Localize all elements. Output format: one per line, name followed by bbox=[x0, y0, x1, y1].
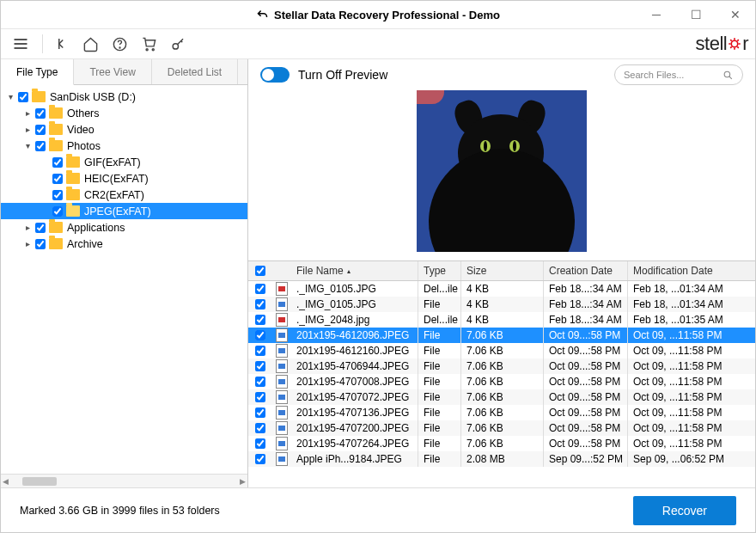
recover-button[interactable]: Recover bbox=[633, 496, 736, 525]
table-row[interactable]: 201x195-4612096.JPEGFile7.06 KBOct 09...… bbox=[248, 328, 755, 343]
tree-checkbox[interactable] bbox=[35, 141, 46, 151]
file-icon bbox=[276, 313, 288, 327]
tree-row[interactable]: ▸Others bbox=[1, 105, 247, 121]
table-row[interactable]: ._IMG_0105.JPGDel...ile4 KBFeb 18...:34 … bbox=[248, 281, 755, 297]
row-checkbox[interactable] bbox=[255, 438, 265, 449]
table-row[interactable]: 201x195-4707072.JPEGFile7.06 KBOct 09...… bbox=[248, 389, 755, 405]
grid-header[interactable]: File Name▴ Type Size Creation Date Modif… bbox=[248, 261, 755, 281]
row-checkbox[interactable] bbox=[255, 330, 265, 340]
chevron-right-icon[interactable]: ▸ bbox=[21, 239, 34, 248]
cell-type: File bbox=[418, 343, 461, 358]
maximize-button[interactable]: ☐ bbox=[676, 1, 716, 28]
select-all-checkbox[interactable] bbox=[255, 266, 265, 276]
back-icon[interactable] bbox=[48, 31, 74, 57]
tree-checkbox[interactable] bbox=[52, 190, 63, 200]
cell-cdate: Feb 18...:34 AM bbox=[544, 281, 628, 297]
cell-cdate: Oct 09...:58 PM bbox=[544, 374, 628, 389]
cell-size: 2.08 MB bbox=[461, 451, 544, 467]
tab-tree-view[interactable]: Tree View bbox=[74, 59, 151, 84]
tree-row[interactable]: ▸Video bbox=[1, 121, 247, 138]
window-title: Stellar Data Recovery Professional - Dem… bbox=[274, 9, 500, 21]
folder-icon bbox=[66, 173, 80, 184]
table-row[interactable]: Apple iPh...9184.JPEGFile2.08 MBSep 09..… bbox=[248, 451, 755, 467]
tree-row[interactable]: ▸Archive bbox=[1, 236, 247, 252]
home-icon[interactable] bbox=[77, 31, 103, 57]
cart-icon[interactable] bbox=[136, 31, 162, 57]
folder-icon bbox=[49, 124, 63, 135]
row-checkbox[interactable] bbox=[255, 407, 265, 418]
row-checkbox[interactable] bbox=[255, 423, 265, 433]
horizontal-scrollbar[interactable]: ◀ ▶ bbox=[1, 474, 247, 487]
row-checkbox[interactable] bbox=[255, 315, 265, 325]
folder-tree[interactable]: ▾SanDisk USB (D:)▸Others▸Video▾PhotosGIF… bbox=[1, 85, 247, 474]
menu-icon[interactable] bbox=[8, 31, 34, 57]
chevron-right-icon[interactable]: ▸ bbox=[21, 108, 34, 118]
close-button[interactable]: ✕ bbox=[716, 1, 755, 28]
tree-checkbox[interactable] bbox=[35, 108, 46, 119]
cell-type: Del...ile bbox=[418, 281, 461, 297]
cell-type: File bbox=[418, 297, 461, 312]
tree-label: JPEG(ExFAT) bbox=[84, 205, 151, 217]
help-icon[interactable] bbox=[107, 31, 132, 57]
file-grid[interactable]: File Name▴ Type Size Creation Date Modif… bbox=[248, 260, 755, 487]
svg-point-8 bbox=[173, 43, 178, 48]
chevron-right-icon[interactable]: ▸ bbox=[21, 223, 34, 232]
search-placeholder: Search Files... bbox=[624, 70, 684, 80]
tree-checkbox[interactable] bbox=[52, 174, 63, 184]
search-input[interactable]: Search Files... bbox=[614, 64, 743, 85]
left-tabs: File TypeTree ViewDeleted List bbox=[1, 59, 247, 85]
row-checkbox[interactable] bbox=[255, 454, 265, 464]
cell-type: Del...ile bbox=[418, 312, 461, 328]
key-icon[interactable] bbox=[165, 31, 191, 57]
tree-checkbox[interactable] bbox=[35, 125, 46, 135]
table-row[interactable]: 201x195-4707008.JPEGFile7.06 KBOct 09...… bbox=[248, 374, 755, 389]
preview-toggle[interactable] bbox=[260, 67, 290, 83]
table-row[interactable]: 201x195-4706944.JPEGFile7.06 KBOct 09...… bbox=[248, 358, 755, 374]
cell-name: ._IMG_0105.JPG bbox=[291, 297, 418, 312]
cell-mdate: Sep 09, ...06:52 PM bbox=[628, 451, 755, 467]
row-checkbox[interactable] bbox=[255, 392, 265, 402]
tree-checkbox[interactable] bbox=[35, 223, 46, 233]
tree-checkbox[interactable] bbox=[52, 157, 63, 168]
cell-size: 4 KB bbox=[461, 297, 544, 312]
table-row[interactable]: 201x195-4707264.JPEGFile7.06 KBOct 09...… bbox=[248, 436, 755, 451]
tree-row[interactable]: GIF(ExFAT) bbox=[1, 154, 247, 170]
tree-checkbox[interactable] bbox=[18, 92, 28, 102]
tree-label: GIF(ExFAT) bbox=[84, 156, 141, 168]
folder-icon bbox=[66, 205, 80, 217]
row-checkbox[interactable] bbox=[255, 377, 265, 387]
tree-row[interactable]: CR2(ExFAT) bbox=[1, 187, 247, 203]
tree-row[interactable]: ▾SanDisk USB (D:) bbox=[1, 89, 247, 105]
table-row[interactable]: 201x195-4707136.JPEGFile7.06 KBOct 09...… bbox=[248, 405, 755, 420]
row-checkbox[interactable] bbox=[255, 299, 265, 309]
tree-row[interactable]: ▾Photos bbox=[1, 138, 247, 154]
tree-row[interactable]: HEIC(ExFAT) bbox=[1, 170, 247, 187]
tab-file-type[interactable]: File Type bbox=[1, 59, 74, 85]
footer: Marked 3.66 GB in 3999 files in 53 folde… bbox=[1, 487, 755, 532]
table-row[interactable]: ._IMG_2048.jpgDel...ile4 KBFeb 18...:34 … bbox=[248, 312, 755, 328]
row-checkbox[interactable] bbox=[255, 346, 265, 356]
cell-name: 201x195-4707136.JPEG bbox=[291, 405, 418, 420]
left-panel: File TypeTree ViewDeleted List ▾SanDisk … bbox=[1, 59, 248, 487]
file-icon bbox=[276, 328, 288, 342]
table-row[interactable]: 201x195-4612160.JPEGFile7.06 KBOct 09...… bbox=[248, 343, 755, 358]
cell-type: File bbox=[418, 420, 461, 436]
table-row[interactable]: ._IMG_0105.JPGFile4 KBFeb 18...:34 AMFeb… bbox=[248, 297, 755, 312]
col-mdate: Modification Date bbox=[628, 261, 755, 280]
file-icon bbox=[276, 452, 288, 466]
tree-checkbox[interactable] bbox=[35, 239, 46, 249]
tab-deleted-list[interactable]: Deleted List bbox=[152, 59, 238, 84]
minimize-button[interactable]: ─ bbox=[637, 1, 676, 28]
row-checkbox[interactable] bbox=[255, 284, 265, 294]
cell-name: 201x195-4707200.JPEG bbox=[291, 420, 418, 436]
table-row[interactable]: 201x195-4707200.JPEGFile7.06 KBOct 09...… bbox=[248, 420, 755, 436]
chevron-down-icon[interactable]: ▾ bbox=[4, 92, 16, 101]
row-checkbox[interactable] bbox=[255, 361, 265, 371]
tree-row[interactable]: JPEG(ExFAT) bbox=[1, 203, 247, 219]
tree-row[interactable]: ▸Applications bbox=[1, 219, 247, 236]
chevron-down-icon[interactable]: ▾ bbox=[21, 141, 34, 150]
chevron-right-icon[interactable]: ▸ bbox=[21, 125, 34, 134]
cell-mdate: Oct 09, ...11:58 PM bbox=[628, 436, 755, 451]
col-type: Type bbox=[418, 261, 461, 280]
tree-checkbox[interactable] bbox=[52, 206, 63, 217]
